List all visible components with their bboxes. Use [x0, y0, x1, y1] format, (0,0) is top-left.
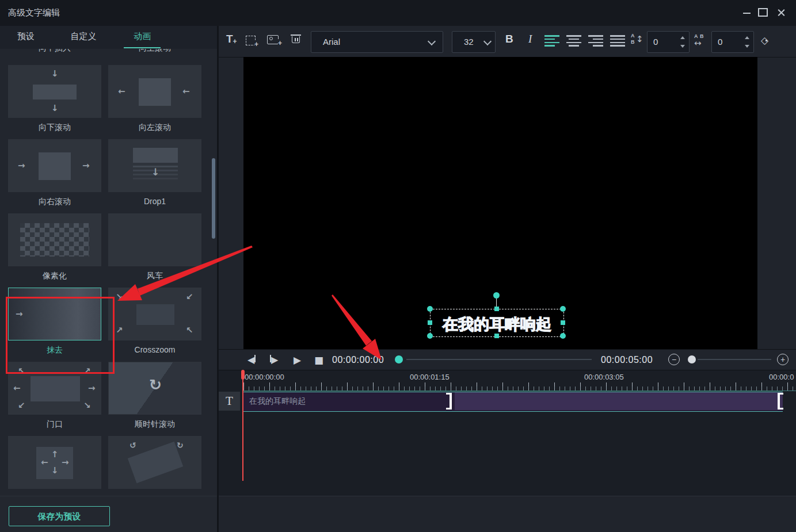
selection-handle[interactable] — [428, 320, 432, 325]
letter-spacing-icon: AB↔ — [694, 33, 709, 48]
ruler-baseline — [243, 391, 796, 391]
font-size-value: 32 — [464, 37, 474, 47]
animation-item-drop1[interactable]: ↓ Drop1 — [108, 139, 201, 209]
prev-frame-icon[interactable]: ◀ — [247, 354, 256, 365]
animation-thumbnail: ↖ ↗ ↙ ↘ ← → — [8, 362, 101, 415]
animation-label: 抹去 — [8, 345, 101, 358]
timeline-zoom-track[interactable] — [698, 359, 771, 360]
align-center-icon[interactable] — [566, 35, 581, 47]
rotation-handle[interactable] — [493, 292, 500, 298]
stepper-down-icon — [680, 45, 685, 48]
animation-label: 顺时针滚动 — [108, 419, 201, 432]
animation-item-pixelate[interactable]: 像素化 — [8, 213, 101, 284]
tab-animation[interactable]: 动画 — [119, 31, 165, 42]
letter-spacing-stepper[interactable]: 0 — [711, 31, 754, 53]
animation-thumbnail — [8, 213, 101, 266]
timeline-zoom-handle[interactable] — [688, 355, 696, 363]
tab-bar: 预设 自定义 动画 — [0, 26, 217, 49]
video-preview[interactable]: 在我的耳畔响起 — [243, 57, 757, 349]
close-icon[interactable] — [774, 6, 789, 20]
selection-handle[interactable] — [494, 334, 499, 338]
play-icon[interactable]: ▶ — [294, 354, 301, 366]
chevron-down-icon — [428, 37, 436, 45]
duration-time: 00:00:05:00 — [601, 355, 653, 365]
title-bar: 高级文字编辑 — [0, 0, 796, 26]
selection-handle[interactable] — [561, 320, 565, 325]
stop-icon[interactable]: ■ — [314, 354, 323, 366]
text-selection-box[interactable]: 在我的耳畔响起 — [430, 309, 564, 337]
animation-item-scroll-left[interactable]: ← ← 向左滚动 — [108, 65, 201, 135]
animation-label: 向左滚动 — [108, 123, 201, 135]
align-justify-icon[interactable] — [610, 35, 625, 47]
font-family-select[interactable]: Arial — [311, 31, 443, 53]
animation-item-expand[interactable]: ↑ ↓ ← → — [8, 436, 101, 496]
save-as-preset-button[interactable]: 保存为预设 — [9, 506, 110, 526]
animation-thumbnail: ↓ ↓ — [8, 65, 101, 118]
playback-bar: ◀ ▶ ▶ ■ 00:00:00:00 00:00:05:00 — [219, 349, 796, 370]
keyframe-diamond-icon[interactable]: ◇ — [761, 35, 772, 46]
ruler-label: 00:00:00:00 — [245, 373, 284, 381]
animation-thumbnail — [108, 213, 201, 266]
animation-item-pinwheel[interactable]: 风车 — [108, 213, 201, 284]
animation-in-marker[interactable] — [450, 393, 452, 409]
selection-handle[interactable] — [427, 306, 433, 312]
animation-out-marker[interactable] — [778, 393, 780, 409]
advanced-text-edit-window: 高级文字编辑 预设 自定义 动画 向下插入 向上滚动 ↓ ↓ — [0, 0, 796, 532]
animation-thumbnail: ← ← — [108, 65, 201, 118]
add-textbox-icon[interactable]: + — [246, 36, 256, 45]
animation-thumbnail: ↓ — [108, 139, 201, 192]
ruler-label: 00:00:03:05 — [584, 373, 624, 381]
animation-item-scroll-down[interactable]: ↓ ↓ 向下滚动 — [8, 65, 101, 135]
font-size-select[interactable]: 32 — [452, 31, 496, 53]
animation-label[interactable]: 向下插入 — [8, 49, 101, 53]
timeline-bottom-strip — [219, 496, 796, 532]
animation-thumbnail: ↺ ↻ — [108, 436, 201, 489]
animation-thumbnail: ↘ ↙ ↗ ↖ — [108, 288, 201, 340]
panel-scrollbar[interactable] — [212, 158, 215, 239]
animation-item-wipe[interactable]: → 抹去 — [8, 288, 101, 358]
zoom-out-icon[interactable] — [668, 354, 680, 365]
add-text-icon[interactable]: T+ — [226, 33, 237, 45]
seek-handle[interactable] — [395, 355, 403, 363]
selection-handle[interactable] — [427, 333, 433, 339]
preview-text[interactable]: 在我的耳畔响起 — [431, 314, 563, 335]
next-frame-icon[interactable]: ▶ — [270, 354, 278, 365]
maximize-icon[interactable] — [755, 6, 770, 20]
ruler-label: 00:00:0 — [769, 373, 794, 381]
font-family-value: Arial — [323, 37, 340, 47]
selection-handle[interactable] — [560, 333, 566, 339]
minimize-icon[interactable] — [740, 6, 755, 20]
animation-panel: 预设 自定义 动画 向下插入 向上滚动 ↓ ↓ 向下滚动 — [0, 26, 217, 532]
italic-button[interactable]: I — [528, 33, 532, 45]
text-clip-animated-region[interactable] — [455, 392, 783, 410]
text-clip-label: 在我的耳畔响起 — [249, 396, 306, 407]
animation-item-doorway[interactable]: ↖ ↗ ↙ ↘ ← → 门口 — [8, 362, 101, 432]
animation-item-clockwise[interactable]: ↻ 顺时针滚动 — [108, 362, 201, 432]
add-image-icon[interactable]: + — [267, 35, 279, 44]
stepper-down-icon — [745, 45, 749, 48]
tab-presets[interactable]: 预设 — [3, 31, 49, 42]
animation-item-crosszoom[interactable]: ↘ ↙ ↗ ↖ Crosszoom — [108, 288, 201, 358]
playhead-line[interactable] — [242, 372, 243, 481]
animation-label[interactable]: 向上滚动 — [108, 49, 201, 53]
line-spacing-icon: AB↕ — [631, 33, 646, 48]
animation-item-rotate[interactable]: ↺ ↻ — [108, 436, 201, 496]
selection-handle[interactable] — [494, 307, 499, 311]
bold-button[interactable]: B — [505, 33, 513, 45]
zoom-in-icon[interactable] — [777, 354, 789, 365]
animation-label: 向下滚动 — [8, 123, 101, 135]
animation-thumbnail: → → — [8, 139, 101, 192]
align-left-icon[interactable] — [544, 35, 559, 47]
window-title: 高级文字编辑 — [8, 7, 60, 18]
line-spacing-stepper[interactable]: 0 — [647, 31, 690, 53]
seek-track[interactable] — [406, 359, 592, 360]
selection-handle[interactable] — [560, 306, 566, 312]
chevron-down-icon — [483, 37, 492, 45]
timeline: 00:00:00:00 00:00:01:15 00:00:03:05 00:0… — [219, 370, 796, 496]
text-clip[interactable]: 在我的耳畔响起 — [243, 392, 783, 412]
ruler-minor-ticks[interactable] — [243, 386, 796, 391]
animation-item-scroll-right[interactable]: → → 向右滚动 — [8, 139, 101, 209]
tab-custom[interactable]: 自定义 — [60, 31, 106, 42]
trash-icon[interactable] — [292, 35, 300, 43]
align-right-icon[interactable] — [588, 35, 603, 47]
